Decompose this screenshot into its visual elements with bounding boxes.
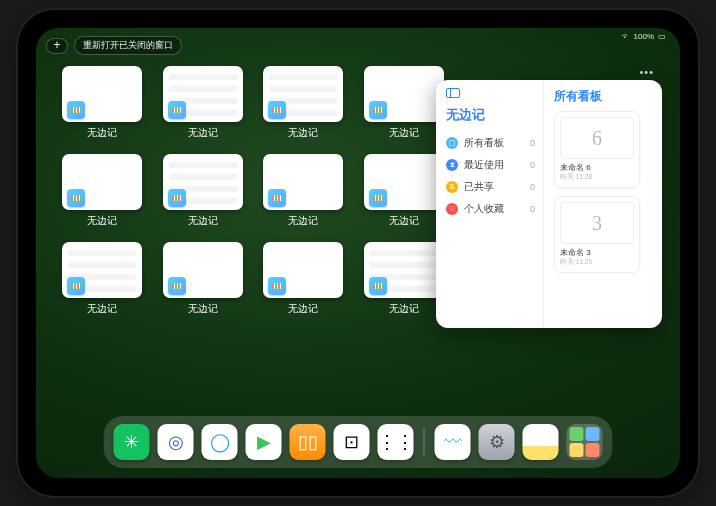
dock-app-media[interactable]: ▶ bbox=[246, 424, 282, 460]
sidepanel-right: 所有看板 6未命名 6昨天 11:283未命名 3昨天 11:25 bbox=[544, 80, 662, 328]
sidebar-item-count: 0 bbox=[530, 160, 535, 170]
freeform-app-icon bbox=[168, 189, 186, 207]
freeform-app-icon bbox=[168, 101, 186, 119]
window-thumbnail[interactable]: 无边记 bbox=[360, 66, 449, 140]
status-bar: ᯤ 100% ▭ bbox=[622, 32, 666, 41]
window-preview bbox=[263, 242, 343, 298]
window-preview bbox=[263, 154, 343, 210]
freeform-app-icon bbox=[268, 277, 286, 295]
window-label: 无边记 bbox=[389, 214, 419, 228]
window-thumbnail[interactable]: 无边记 bbox=[159, 66, 248, 140]
window-thumbnail[interactable]: 无边记 bbox=[259, 154, 348, 228]
sidebar-toggle-icon[interactable] bbox=[446, 88, 460, 98]
sidebar-item-count: 0 bbox=[530, 182, 535, 192]
sidepanel-more-icon[interactable]: ••• bbox=[639, 66, 654, 78]
window-label: 无边记 bbox=[87, 302, 117, 316]
sidebar-item[interactable]: ♡个人收藏0 bbox=[446, 198, 535, 220]
dock-app-browser2[interactable]: ◯ bbox=[202, 424, 238, 460]
board-name: 未命名 6 bbox=[560, 162, 634, 173]
window-label: 无边记 bbox=[188, 126, 218, 140]
window-thumbnail[interactable]: 无边记 bbox=[259, 66, 348, 140]
window-preview bbox=[364, 242, 444, 298]
battery-label: 100% bbox=[634, 32, 654, 41]
dock: ✳◎◯▶▯▯⊡⋮⋮〰⚙ bbox=[104, 416, 613, 468]
freeform-app-icon bbox=[369, 189, 387, 207]
window-thumbnail[interactable]: 无边记 bbox=[58, 66, 147, 140]
window-preview bbox=[364, 154, 444, 210]
dock-separator bbox=[424, 428, 425, 456]
sidebar-item-count: 0 bbox=[530, 138, 535, 148]
sidebar-item-count: 0 bbox=[530, 204, 535, 214]
screen: ᯤ 100% ▭ + 重新打开已关闭的窗口 无边记无边记无边记无边记无边记无边记… bbox=[36, 28, 680, 478]
board-card[interactable]: 3未命名 3昨天 11:25 bbox=[554, 196, 640, 273]
board-card[interactable]: 6未命名 6昨天 11:28 bbox=[554, 111, 640, 188]
window-thumbnail[interactable]: 无边记 bbox=[159, 154, 248, 228]
window-label: 无边记 bbox=[188, 302, 218, 316]
window-label: 无边记 bbox=[389, 302, 419, 316]
reopen-closed-window-button[interactable]: 重新打开已关闭的窗口 bbox=[74, 36, 182, 55]
sidebar-item[interactable]: ⇅已共享0 bbox=[446, 176, 535, 198]
wifi-icon: ᯤ bbox=[622, 32, 630, 41]
battery-icon: ▭ bbox=[658, 32, 666, 41]
window-preview bbox=[364, 66, 444, 122]
sidebar-item-label: 已共享 bbox=[464, 180, 494, 194]
sidebar-item-label: 所有看板 bbox=[464, 136, 504, 150]
dock-app-connect[interactable]: ⋮⋮ bbox=[378, 424, 414, 460]
freeform-sidepanel: 无边记 ▢所有看板0⧗最近使用0⇅已共享0♡个人收藏0 所有看板 6未命名 6昨… bbox=[436, 80, 662, 328]
freeform-app-icon bbox=[67, 101, 85, 119]
sidebar-item-icon: ⧗ bbox=[446, 159, 458, 171]
window-thumbnail[interactable]: 无边记 bbox=[58, 242, 147, 316]
window-preview bbox=[263, 66, 343, 122]
freeform-app-icon bbox=[268, 101, 286, 119]
board-thumbnail: 3 bbox=[560, 202, 634, 244]
window-thumbnail[interactable]: 无边记 bbox=[360, 242, 449, 316]
dock-app-notes[interactable] bbox=[523, 424, 559, 460]
window-label: 无边记 bbox=[288, 126, 318, 140]
sidebar-item-label: 最近使用 bbox=[464, 158, 504, 172]
sidepanel-title: 无边记 bbox=[446, 106, 535, 124]
dock-app-dice[interactable]: ⊡ bbox=[334, 424, 370, 460]
window-thumbnail[interactable]: 无边记 bbox=[58, 154, 147, 228]
dock-app-wechat[interactable]: ✳ bbox=[114, 424, 150, 460]
window-label: 无边记 bbox=[188, 214, 218, 228]
freeform-app-icon bbox=[67, 277, 85, 295]
sidebar-item-label: 个人收藏 bbox=[464, 202, 504, 216]
sidebar-item-icon: ⇅ bbox=[446, 181, 458, 193]
window-thumbnail[interactable]: 无边记 bbox=[159, 242, 248, 316]
sidebar-item-icon: ▢ bbox=[446, 137, 458, 149]
window-label: 无边记 bbox=[87, 126, 117, 140]
dock-app-freeform[interactable]: 〰 bbox=[435, 424, 471, 460]
window-preview bbox=[62, 154, 142, 210]
freeform-app-icon bbox=[168, 277, 186, 295]
sidepanel-right-title: 所有看板 bbox=[554, 88, 654, 105]
window-preview bbox=[163, 242, 243, 298]
window-label: 无边记 bbox=[389, 126, 419, 140]
sidepanel-left: 无边记 ▢所有看板0⧗最近使用0⇅已共享0♡个人收藏0 bbox=[436, 80, 544, 328]
dock-app-folder[interactable] bbox=[567, 424, 603, 460]
window-preview bbox=[163, 66, 243, 122]
window-label: 无边记 bbox=[288, 302, 318, 316]
window-preview bbox=[62, 66, 142, 122]
window-label: 无边记 bbox=[288, 214, 318, 228]
add-window-button[interactable]: + bbox=[46, 38, 68, 54]
window-grid: 无边记无边记无边记无边记无边记无边记无边记无边记无边记无边记无边记无边记 bbox=[58, 66, 448, 316]
freeform-app-icon bbox=[369, 101, 387, 119]
window-preview bbox=[62, 242, 142, 298]
freeform-app-icon bbox=[268, 189, 286, 207]
dock-app-settings[interactable]: ⚙ bbox=[479, 424, 515, 460]
sidebar-item[interactable]: ▢所有看板0 bbox=[446, 132, 535, 154]
freeform-app-icon bbox=[67, 189, 85, 207]
ipad-frame: ᯤ 100% ▭ + 重新打开已关闭的窗口 无边记无边记无边记无边记无边记无边记… bbox=[18, 10, 698, 496]
sidebar-item-icon: ♡ bbox=[446, 203, 458, 215]
board-time: 昨天 11:25 bbox=[560, 258, 634, 267]
board-thumbnail: 6 bbox=[560, 117, 634, 159]
sidebar-item[interactable]: ⧗最近使用0 bbox=[446, 154, 535, 176]
freeform-app-icon bbox=[369, 277, 387, 295]
window-thumbnail[interactable]: 无边记 bbox=[259, 242, 348, 316]
top-bar: + 重新打开已关闭的窗口 bbox=[46, 36, 182, 55]
window-thumbnail[interactable]: 无边记 bbox=[360, 154, 449, 228]
board-time: 昨天 11:28 bbox=[560, 173, 634, 182]
dock-app-books[interactable]: ▯▯ bbox=[290, 424, 326, 460]
window-label: 无边记 bbox=[87, 214, 117, 228]
dock-app-browser1[interactable]: ◎ bbox=[158, 424, 194, 460]
